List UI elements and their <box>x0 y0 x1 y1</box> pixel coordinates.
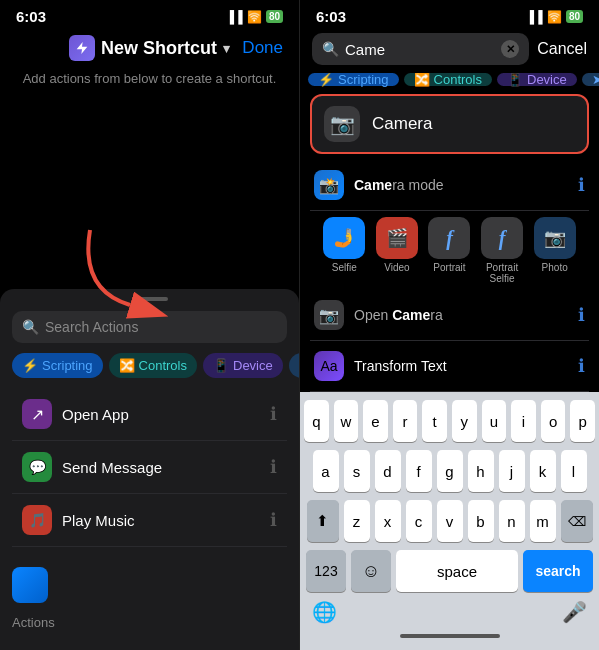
key-shift[interactable]: ⬆ <box>307 500 339 542</box>
key-search[interactable]: search <box>523 550 593 592</box>
key-g[interactable]: g <box>437 450 463 492</box>
scripting-label-left: Scripting <box>42 358 93 373</box>
home-bar-right <box>400 634 500 638</box>
camera-mode-info-icon[interactable]: ℹ <box>578 174 585 196</box>
key-w[interactable]: w <box>334 400 359 442</box>
key-x[interactable]: x <box>375 500 401 542</box>
highlighted-camera-result[interactable]: 📷 Camera <box>310 94 589 154</box>
key-f[interactable]: f <box>406 450 432 492</box>
portrait-selfie-label: Portrait Selfie <box>478 262 527 284</box>
key-v[interactable]: v <box>437 500 463 542</box>
home-indicator-right <box>304 626 595 646</box>
key-mic[interactable]: 🎤 <box>562 600 587 624</box>
keyboard-bottom-row: 123 ☺ space search <box>304 550 595 596</box>
key-d[interactable]: d <box>375 450 401 492</box>
sub-icon-video[interactable]: 🎬 Video <box>373 217 422 284</box>
key-a[interactable]: a <box>313 450 339 492</box>
keyboard-row-2: a s d f g h j k l <box>304 450 595 492</box>
clear-search-button[interactable]: ✕ <box>501 40 519 58</box>
photo-icon: 📷 <box>534 217 576 259</box>
tab-more-left[interactable]: ➤ <box>289 353 299 378</box>
key-q[interactable]: q <box>304 400 329 442</box>
keyboard-extra-row: 🌐 🎤 <box>304 596 595 626</box>
nav-title-text: New Shortcut <box>101 38 217 59</box>
camera-mode-text: Camera mode <box>354 177 568 193</box>
sub-icon-portrait[interactable]: f Portrait <box>425 217 474 284</box>
search-input-box[interactable]: 🔍 Came ✕ <box>312 33 529 65</box>
key-s[interactable]: s <box>344 450 370 492</box>
key-t[interactable]: t <box>422 400 447 442</box>
video-icon: 🎬 <box>376 217 418 259</box>
open-camera-info-icon[interactable]: ℹ <box>578 304 585 326</box>
open-app-icon: ↗ <box>22 399 52 429</box>
sub-icon-selfie[interactable]: 🤳 Selfie <box>320 217 369 284</box>
action-send-message[interactable]: 💬 Send Message ℹ <box>12 441 287 494</box>
result-row-camera-mode[interactable]: 📸 Camera mode ℹ <box>310 160 589 211</box>
key-e[interactable]: e <box>363 400 388 442</box>
transform-text-info-icon[interactable]: ℹ <box>578 355 585 377</box>
key-m[interactable]: m <box>530 500 556 542</box>
key-l[interactable]: l <box>561 450 587 492</box>
key-j[interactable]: j <box>499 450 525 492</box>
key-h[interactable]: h <box>468 450 494 492</box>
key-u[interactable]: u <box>482 400 507 442</box>
left-main: 🔍 Search Actions ⚡ Scripting 🔀 Controls … <box>0 98 299 650</box>
time-left: 6:03 <box>16 8 46 25</box>
key-r[interactable]: r <box>393 400 418 442</box>
action-play-music[interactable]: 🎵 Play Music ℹ <box>12 494 287 547</box>
key-n[interactable]: n <box>499 500 525 542</box>
search-placeholder-left: Search Actions <box>45 319 138 335</box>
selfie-icon: 🤳 <box>323 217 365 259</box>
send-message-info-icon[interactable]: ℹ <box>270 456 277 478</box>
play-music-info-icon[interactable]: ℹ <box>270 509 277 531</box>
sub-icon-photo[interactable]: 📷 Photo <box>530 217 579 284</box>
tab-scripting-right[interactable]: ⚡ Scripting <box>308 73 399 86</box>
nav-title: New Shortcut ▾ <box>69 35 230 61</box>
key-space[interactable]: space <box>396 550 518 592</box>
key-k[interactable]: k <box>530 450 556 492</box>
sub-icon-portrait-selfie[interactable]: f Portrait Selfie <box>478 217 527 284</box>
action-open-app[interactable]: ↗ Open App ℹ <box>12 388 287 441</box>
key-p[interactable]: p <box>570 400 595 442</box>
key-num[interactable]: 123 <box>306 550 346 592</box>
device-icon-left: 📱 <box>213 358 229 373</box>
key-o[interactable]: o <box>541 400 566 442</box>
key-i[interactable]: i <box>511 400 536 442</box>
tab-device-left[interactable]: 📱 Device <box>203 353 283 378</box>
keyboard: q w e r t y u i o p a s d f g h j k l ⬆ … <box>300 392 599 650</box>
key-c[interactable]: c <box>406 500 432 542</box>
red-arrow-icon <box>60 210 180 320</box>
key-globe[interactable]: 🌐 <box>312 600 337 624</box>
result-row-open-camera[interactable]: 📷 Open Camera ℹ <box>310 290 589 341</box>
controls-label-left: Controls <box>139 358 187 373</box>
device-label-left: Device <box>233 358 273 373</box>
tab-more-right[interactable]: ➤ <box>582 73 599 86</box>
cancel-button[interactable]: Cancel <box>537 40 587 58</box>
key-b[interactable]: b <box>468 500 494 542</box>
actions-bottom-label: Actions <box>0 611 299 630</box>
camera-label: Camera <box>372 114 432 134</box>
keyboard-row-3: ⬆ z x c v b n m ⌫ <box>304 500 595 542</box>
key-y[interactable]: y <box>452 400 477 442</box>
play-music-icon: 🎵 <box>22 505 52 535</box>
status-bar-right: 6:03 ▐▐ 🛜 80 <box>300 0 599 29</box>
search-bar-right: 🔍 Came ✕ Cancel <box>312 33 587 65</box>
camera-mode-icon: 📸 <box>314 170 344 200</box>
key-z[interactable]: z <box>344 500 370 542</box>
result-row-transform-text[interactable]: Aa Transform Text ℹ <box>310 341 589 392</box>
controls-label-right: Controls <box>434 73 482 87</box>
tab-controls-left[interactable]: 🔀 Controls <box>109 353 197 378</box>
scripting-label-right: Scripting <box>338 73 389 87</box>
nav-chevron-icon[interactable]: ▾ <box>223 41 230 56</box>
tab-device-right[interactable]: 📱 Device <box>497 73 577 86</box>
tab-controls-right[interactable]: 🔀 Controls <box>404 73 492 86</box>
open-app-info-icon[interactable]: ℹ <box>270 403 277 425</box>
controls-icon-right: 🔀 <box>414 73 430 87</box>
selfie-label: Selfie <box>332 262 357 273</box>
tab-scripting-left[interactable]: ⚡ Scripting <box>12 353 103 378</box>
done-button[interactable]: Done <box>242 38 283 58</box>
key-emoji[interactable]: ☺ <box>351 550 391 592</box>
more-arrow-right: ➤ <box>592 73 599 87</box>
scripting-icon-right: ⚡ <box>318 73 334 87</box>
key-delete[interactable]: ⌫ <box>561 500 593 542</box>
